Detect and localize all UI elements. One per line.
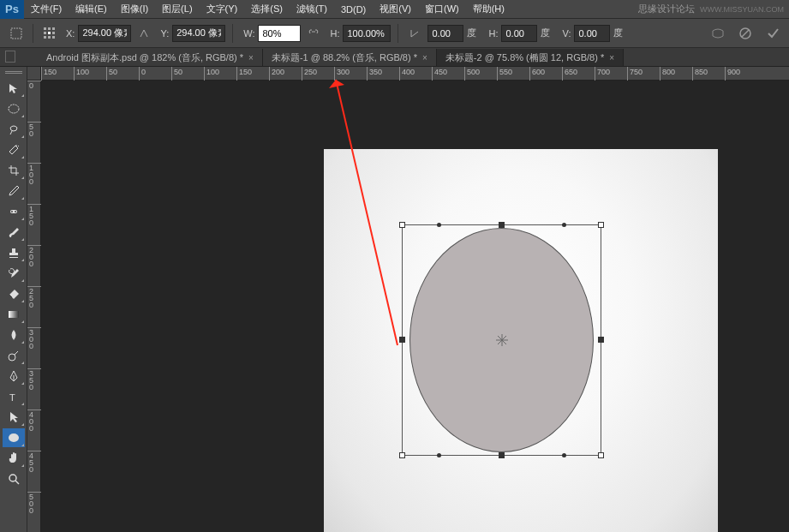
- brush-tool[interactable]: [3, 223, 25, 242]
- gradient-tool[interactable]: [3, 305, 25, 324]
- x-input[interactable]: [78, 25, 131, 42]
- menu-window[interactable]: 窗口(W): [418, 0, 466, 19]
- svg-rect-18: [9, 311, 19, 318]
- tab-label: 未标题-1 @ 88.2% (音乐, RGB/8) *: [272, 51, 417, 64]
- handle-top-right[interactable]: [598, 222, 604, 228]
- svg-line-11: [742, 30, 749, 37]
- svg-point-21: [9, 433, 19, 442]
- menu-3d[interactable]: 3D(D): [334, 0, 373, 19]
- path-select-tool[interactable]: [3, 408, 25, 427]
- pen-tool[interactable]: [3, 367, 25, 386]
- menu-layer[interactable]: 图层(L): [155, 0, 199, 19]
- menu-edit[interactable]: 编辑(E): [69, 0, 114, 19]
- eraser-tool[interactable]: [3, 284, 25, 303]
- vskew-unit: 度: [613, 27, 623, 39]
- menu-type[interactable]: 文字(Y): [200, 0, 245, 19]
- svg-rect-4: [44, 32, 46, 34]
- w-label: W:: [243, 28, 254, 39]
- svg-point-17: [15, 211, 16, 212]
- reference-point-icon[interactable]: [40, 24, 59, 43]
- svg-point-22: [9, 475, 16, 481]
- document-tab[interactable]: 未标题-2 @ 75.8% (椭圆 12, RGB/8) * ×: [437, 49, 624, 66]
- hskew-input[interactable]: [501, 25, 537, 42]
- heal-tool[interactable]: [3, 202, 25, 221]
- handle-bottom-left[interactable]: [399, 452, 405, 458]
- svg-rect-3: [52, 27, 55, 30]
- svg-rect-2: [48, 27, 51, 30]
- svg-rect-1: [44, 27, 46, 30]
- handle-bottom-mid[interactable]: [499, 452, 505, 458]
- type-tool[interactable]: T: [3, 387, 25, 406]
- document-tab-bar: Android 图标副本.psd @ 182% (音乐, RGB/8) * × …: [0, 48, 789, 67]
- menu-file[interactable]: 文件(F): [24, 0, 69, 19]
- warp-icon[interactable]: [708, 24, 727, 43]
- w-input[interactable]: [258, 25, 301, 42]
- history-brush-tool[interactable]: [3, 264, 25, 283]
- canvas-viewport: 1501005005010015020025030035040045050055…: [27, 67, 789, 532]
- y-input[interactable]: [172, 25, 225, 42]
- commit-icon[interactable]: [763, 24, 782, 43]
- transform-bounding-box[interactable]: [402, 224, 601, 456]
- svg-rect-13: [5, 73, 22, 74]
- expand-dock-icon[interactable]: [5, 51, 15, 63]
- transform-icon[interactable]: [7, 24, 26, 43]
- watermark: 思缘设计论坛 WWW.MISSYUAN.COM: [638, 3, 789, 15]
- marquee-tool[interactable]: [3, 99, 25, 118]
- relative-icon[interactable]: [134, 24, 153, 43]
- cancel-icon[interactable]: [736, 24, 755, 43]
- angle-icon: [405, 24, 424, 43]
- close-icon[interactable]: ×: [422, 53, 427, 63]
- menu-filter[interactable]: 滤镜(T): [290, 0, 334, 19]
- ruler-origin[interactable]: [27, 67, 41, 81]
- rotation-unit: 度: [467, 27, 476, 39]
- eyedropper-tool[interactable]: [3, 182, 25, 200]
- menu-select[interactable]: 选择(S): [244, 0, 290, 19]
- workspace: T 15010050050100150200250300350400450500…: [0, 67, 789, 532]
- svg-marker-29: [329, 80, 344, 88]
- link-icon[interactable]: [304, 24, 323, 43]
- handle-top-left[interactable]: [399, 222, 405, 228]
- path-anchor[interactable]: [437, 453, 441, 457]
- handle-mid-left[interactable]: [399, 337, 405, 343]
- path-anchor[interactable]: [437, 223, 441, 227]
- tab-handle[interactable]: [3, 69, 25, 77]
- ps-logo: Ps: [0, 0, 24, 19]
- dodge-tool[interactable]: [3, 346, 25, 365]
- menu-image[interactable]: 图像(I): [114, 0, 155, 19]
- tool-palette: T: [0, 67, 27, 532]
- handle-bottom-right[interactable]: [598, 452, 604, 458]
- canvas-area[interactable]: [41, 81, 789, 532]
- wand-tool[interactable]: [3, 140, 25, 159]
- close-icon[interactable]: ×: [248, 53, 254, 63]
- menu-help[interactable]: 帮助(H): [466, 0, 511, 19]
- handle-mid-right[interactable]: [598, 337, 604, 343]
- svg-rect-5: [48, 32, 51, 34]
- move-tool[interactable]: [3, 79, 25, 98]
- ruler-horizontal[interactable]: 1501005005010015020025030035040045050055…: [41, 67, 789, 81]
- document-tab[interactable]: 未标题-1 @ 88.2% (音乐, RGB/8) * ×: [263, 49, 437, 66]
- path-anchor[interactable]: [562, 453, 566, 457]
- vskew-input[interactable]: [574, 25, 610, 42]
- crop-tool[interactable]: [3, 161, 25, 180]
- close-icon[interactable]: ×: [609, 53, 614, 63]
- document-tab[interactable]: Android 图标副本.psd @ 182% (音乐, RGB/8) * ×: [38, 49, 263, 66]
- blur-tool[interactable]: [3, 326, 25, 344]
- tab-label: Android 图标副本.psd @ 182% (音乐, RGB/8) *: [46, 51, 243, 64]
- menu-view[interactable]: 视图(V): [373, 0, 418, 19]
- svg-point-19: [9, 354, 15, 361]
- lasso-tool[interactable]: [3, 120, 25, 139]
- path-anchor[interactable]: [562, 223, 566, 227]
- svg-rect-7: [44, 36, 46, 39]
- shape-tool[interactable]: [3, 428, 25, 447]
- watermark-text: 思缘设计论坛: [638, 3, 695, 15]
- zoom-tool[interactable]: [3, 469, 25, 488]
- handle-top-mid[interactable]: [499, 222, 505, 228]
- vskew-label: V:: [562, 28, 571, 39]
- hand-tool[interactable]: [3, 449, 25, 468]
- stamp-tool[interactable]: [3, 243, 25, 262]
- h-input[interactable]: [343, 25, 391, 42]
- svg-point-14: [9, 105, 19, 113]
- ruler-vertical[interactable]: 05 01 0 01 5 02 0 02 5 03 0 03 5 04 0 04…: [27, 81, 41, 532]
- rotation-input[interactable]: [427, 25, 463, 42]
- x-label: X:: [66, 28, 75, 39]
